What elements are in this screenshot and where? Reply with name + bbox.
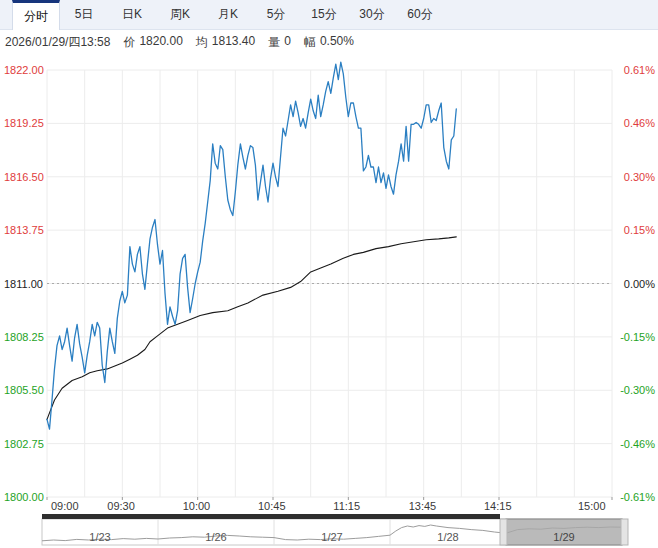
navigator-day-label: 1/28	[418, 531, 478, 543]
y-axis-percent-label: 0.15%	[611, 224, 655, 236]
y-axis-price-label: 1819.25	[4, 117, 48, 129]
y-axis-percent-label: -0.61%	[611, 491, 655, 503]
y-axis-percent-label: -0.46%	[611, 438, 655, 450]
navigator-day-label: 1/23	[70, 531, 130, 543]
x-axis-time-label: 10:45	[258, 500, 286, 512]
navigator-scrollbar[interactable]	[42, 514, 500, 519]
y-axis-price-label: 1808.25	[4, 331, 48, 343]
x-axis-time-label: 09:00	[51, 500, 79, 512]
y-axis-price-label: 1802.75	[4, 438, 48, 450]
navigator-day-label: 1/29	[534, 531, 594, 543]
y-axis-price-label: 1816.50	[4, 171, 48, 183]
y-axis-price-label: 1811.00	[4, 278, 48, 290]
minute-chart-app: 分时 5日 日K 周K 月K 5分 15分 30分 60分 2026/01/29…	[0, 0, 658, 548]
x-axis-time-label: 15:00	[578, 500, 606, 512]
chart-canvas[interactable]	[0, 0, 658, 548]
y-axis-percent-label: 0.61%	[611, 64, 655, 76]
y-axis-price-label: 1822.00	[4, 64, 48, 76]
x-axis-time-label: 11:15	[333, 500, 360, 512]
y-axis-price-label: 1800.00	[4, 491, 48, 503]
navigator-handle-left[interactable]	[500, 519, 507, 545]
y-axis-percent-label: 0.00%	[611, 278, 655, 290]
navigator-day-label: 1/26	[186, 531, 246, 543]
y-axis-price-label: 1805.50	[4, 384, 48, 396]
y-axis-percent-label: 0.46%	[611, 117, 655, 129]
y-axis-percent-label: 0.30%	[611, 171, 655, 183]
x-axis-time-label: 13:45	[409, 500, 437, 512]
y-axis-percent-label: -0.30%	[611, 384, 655, 396]
navigator-handle-right[interactable]	[621, 519, 628, 545]
y-axis-percent-label: -0.15%	[611, 331, 655, 343]
x-axis-time-label: 09:30	[107, 500, 135, 512]
average-line	[47, 237, 456, 420]
navigator-day-label: 1/27	[302, 531, 362, 543]
x-axis-time-label: 14:15	[484, 500, 512, 512]
x-axis-time-label: 10:00	[183, 500, 211, 512]
y-axis-price-label: 1813.75	[4, 224, 48, 236]
